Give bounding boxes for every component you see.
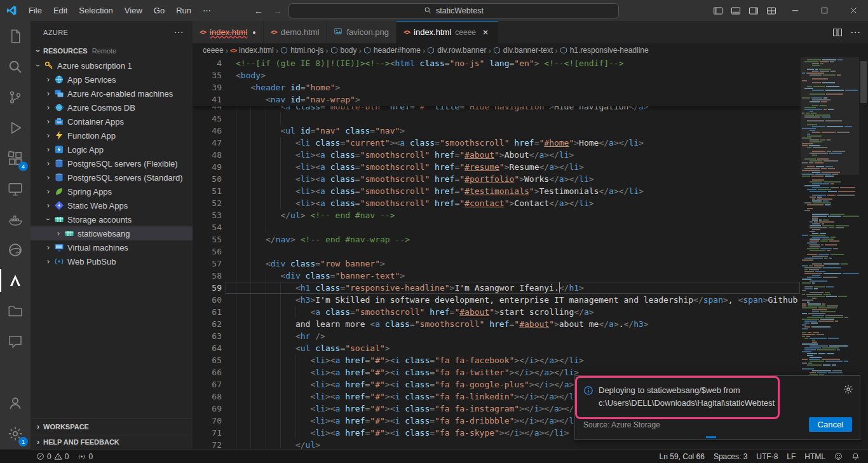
cancel-button[interactable]: Cancel [809, 417, 852, 432]
cursor-position[interactable]: Ln 59, Col 66 [655, 450, 709, 463]
menu-file[interactable]: File [23, 0, 48, 21]
breadcrumb-div-row-banner[interactable]: div.row.banner [427, 46, 486, 55]
tree-item-staticwebsang[interactable]: ›staticwebsang [31, 226, 193, 240]
extensions-icon[interactable]: 4 [0, 143, 31, 174]
postgres-icon [54, 158, 64, 169]
menu-[interactable]: ⋯ [197, 0, 217, 21]
tree-item-postgresql-servers-flexible[interactable]: ›PostgreSQL servers (Flexible) [31, 156, 193, 170]
search-icon[interactable] [0, 52, 31, 82]
tree-item-logic-app[interactable]: ›Logic App [31, 142, 193, 156]
problems-indicator[interactable]: 00 [32, 450, 73, 463]
maximize-button[interactable] [810, 0, 839, 21]
workspace-section-label: WORKSPACE [43, 423, 89, 431]
notification-settings-gear-icon[interactable] [843, 384, 853, 394]
account-icon[interactable] [0, 388, 31, 418]
breadcrumb-body[interactable]: body [330, 46, 357, 55]
menu-edit[interactable]: Edit [48, 0, 73, 21]
tab-favicon-png[interactable]: favicon.png [327, 21, 397, 43]
tab-demo-html[interactable]: <>demo.html [264, 21, 327, 43]
menu-go[interactable]: Go [148, 0, 170, 21]
source-control-icon[interactable] [0, 82, 31, 113]
remote-explorer-icon[interactable] [0, 174, 31, 204]
menu-selection[interactable]: Selection [73, 0, 118, 21]
tree-item-app-services[interactable]: ›App Services [31, 73, 193, 86]
customize-layout-icon[interactable] [763, 0, 780, 21]
close-button[interactable] [839, 0, 868, 21]
activity-bar-bottom: 1 [0, 388, 31, 449]
edge-devtools-icon[interactable] [0, 235, 31, 265]
notifications-bell-icon[interactable] [847, 450, 864, 463]
breadcrumb-ceeee[interactable]: ceeee [203, 46, 224, 55]
minimize-button[interactable] [780, 0, 810, 21]
tree-item-function-app[interactable]: ›Function App [31, 128, 193, 142]
feedback-smiley-icon[interactable] [830, 450, 847, 463]
tree-item-label: Logic App [67, 145, 104, 155]
line-number: 72 [193, 439, 222, 449]
line-number: 58 [193, 270, 222, 282]
toggle-secondary-sidebar-icon[interactable] [745, 0, 763, 21]
azure-icon[interactable] [0, 265, 31, 296]
command-center-search[interactable]: staticWebtest [288, 3, 619, 18]
indentation[interactable]: Spaces: 3 [709, 450, 752, 463]
more-actions-icon[interactable]: ⋯ [174, 27, 184, 38]
toggle-panel-icon[interactable] [727, 0, 745, 21]
menu-run[interactable]: Run [170, 0, 197, 21]
comments-icon[interactable] [0, 326, 31, 357]
section-help-and-feedback[interactable]: › HELP AND FEEDBACK [31, 434, 193, 449]
encoding[interactable]: UTF-8 [752, 450, 782, 463]
chevron-right-icon: › [43, 202, 53, 209]
storage-account-icon [64, 228, 74, 238]
tree-item-azure-cosmos-db[interactable]: ›Azure Cosmos DB [31, 100, 193, 114]
sticky-scroll[interactable]: 4<!--[if (gte IE 8)|!(IE)]><!--><html cl… [193, 57, 801, 106]
tab-index-html[interactable]: <>index.html● [193, 21, 264, 43]
breadcrumb-header-home[interactable]: header#home [363, 46, 421, 55]
line-number: 39 [193, 81, 222, 93]
ports-indicator[interactable]: 0 [73, 450, 97, 463]
breadcrumb-div-banner-text[interactable]: div.banner-text [493, 46, 553, 55]
breadcrumb-h1-responsive-headline[interactable]: h1.responsive-headline [560, 46, 649, 55]
tab-label: favicon.png [346, 27, 389, 37]
settings-icon[interactable]: 1 [0, 418, 31, 449]
code-line-62: 62 and learn more <a class="smoothscroll… [193, 318, 801, 330]
close-tab-icon[interactable]: ✕ [480, 27, 491, 38]
tree-item-storage-accounts[interactable]: ›Storage accounts [31, 212, 193, 226]
tree-item-label: Web PubSub [67, 257, 116, 266]
breadcrumb-index-html[interactable]: <>index.html [230, 46, 274, 55]
breadcrumb-separator: › [226, 46, 228, 55]
scrollbar-thumb[interactable] [860, 61, 867, 103]
tree-item-spring-apps[interactable]: ›Spring Apps [31, 184, 193, 198]
eol[interactable]: LF [782, 450, 800, 463]
menu-view[interactable]: View [119, 0, 148, 21]
breadcrumb-separator: › [359, 46, 362, 55]
line-number: 70 [193, 415, 222, 427]
editor-scrollbar[interactable] [859, 57, 868, 449]
tree-item-postgresql-servers-standard[interactable]: ›PostgreSQL servers (Standard) [31, 170, 193, 184]
more-editor-actions-icon[interactable]: ⋯ [846, 22, 864, 43]
chevron-right-icon: › [43, 90, 53, 97]
run-debug-icon[interactable] [0, 113, 31, 143]
tree-item-web-pubsub[interactable]: ›Web PubSub [31, 254, 193, 268]
line-number: 61 [193, 306, 222, 318]
line-number: 54 [193, 221, 222, 233]
tree-item-azure-subscription-1[interactable]: ›Azure subscription 1 [31, 59, 193, 73]
tree-item-azure-arc-enabled-machines[interactable]: ›Azure Arc-enabled machines [31, 86, 193, 100]
vscode-logo-icon [0, 5, 23, 16]
split-editor-icon[interactable] [829, 22, 846, 43]
section-resources[interactable]: › RESOURCES Remote [31, 43, 193, 59]
explorer-icon[interactable] [0, 21, 31, 52]
language-mode[interactable]: HTML [800, 450, 830, 463]
nav-back-icon[interactable]: ← [250, 6, 267, 16]
section-workspace[interactable]: › WORKSPACE [31, 418, 193, 434]
nav-forward-icon[interactable]: → [269, 6, 286, 16]
tree-item-static-web-apps[interactable]: ›Static Web Apps [31, 198, 193, 212]
docker-icon[interactable] [0, 204, 31, 235]
resources-section-label: RESOURCES [43, 47, 88, 55]
storage-explorer-icon[interactable] [0, 296, 31, 326]
tree-item-container-apps[interactable]: ›Container Apps [31, 114, 193, 128]
toggle-primary-sidebar-icon[interactable] [709, 0, 727, 21]
code-line-60: 60 <h3>I'm Skilled in software developme… [193, 294, 801, 306]
tree-item-virtual-machines[interactable]: ›Virtual machines [31, 240, 193, 254]
settings-badge: 1 [18, 437, 28, 446]
tab-index-html-ceeee[interactable]: <>index.htmlceeee✕ [397, 21, 499, 43]
breadcrumb-html-no-js[interactable]: html.no-js [280, 46, 323, 55]
